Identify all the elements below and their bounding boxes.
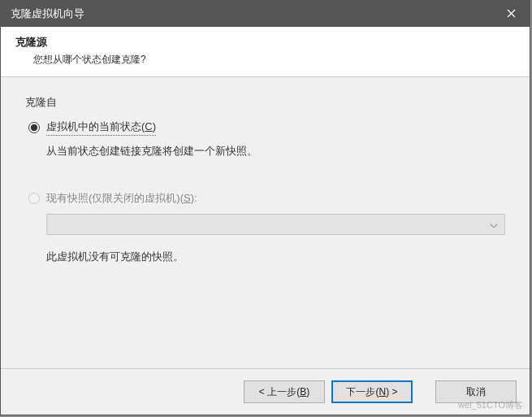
- radio-current-state-input[interactable]: [28, 122, 40, 133]
- wizard-content: 克隆自 虚拟机中的当前状态(C) 从当前状态创建链接克隆将创建一个新快照。 现有…: [1, 77, 530, 368]
- cancel-button[interactable]: 取消: [435, 380, 517, 403]
- chevron-down-icon: [490, 219, 498, 231]
- section-label: 克隆自: [25, 95, 505, 110]
- radio-current-state-hint: 从当前状态创建链接克隆将创建一个新快照。: [46, 144, 505, 159]
- wizard-header: 克隆源 您想从哪个状态创建克隆?: [1, 27, 530, 77]
- back-button[interactable]: < 上一步(B): [244, 380, 325, 403]
- wizard-footer: < 上一步(B) 下一步(N) > 取消: [1, 368, 530, 415]
- radio-current-state[interactable]: 虚拟机中的当前状态(C): [28, 119, 505, 136]
- close-icon: [507, 8, 516, 20]
- radio-existing-snapshot-input: [28, 193, 40, 204]
- snapshot-dropdown: [46, 214, 505, 235]
- next-button[interactable]: 下一步(N) >: [331, 380, 413, 403]
- window-title: 克隆虚拟机向导: [11, 7, 84, 21]
- page-title: 克隆源: [15, 35, 515, 50]
- page-subtitle: 您想从哪个状态创建克隆?: [33, 53, 515, 67]
- titlebar: 克隆虚拟机向导: [1, 1, 530, 27]
- radio-existing-snapshot: 现有快照(仅限关闭的虚拟机)(S):: [28, 191, 505, 206]
- wizard-window: 克隆虚拟机向导 克隆源 您想从哪个状态创建克隆? 克隆自 虚拟机中的当前状态(C…: [0, 0, 530, 415]
- radio-existing-snapshot-label: 现有快照(仅限关闭的虚拟机)(S):: [46, 191, 197, 206]
- radio-group-clone-from: 虚拟机中的当前状态(C) 从当前状态创建链接克隆将创建一个新快照。 现有快照(仅…: [28, 119, 505, 264]
- radio-current-state-label: 虚拟机中的当前状态(C): [46, 119, 156, 136]
- close-button[interactable]: [493, 1, 530, 27]
- no-snapshot-message: 此虚拟机没有可克隆的快照。: [46, 250, 505, 264]
